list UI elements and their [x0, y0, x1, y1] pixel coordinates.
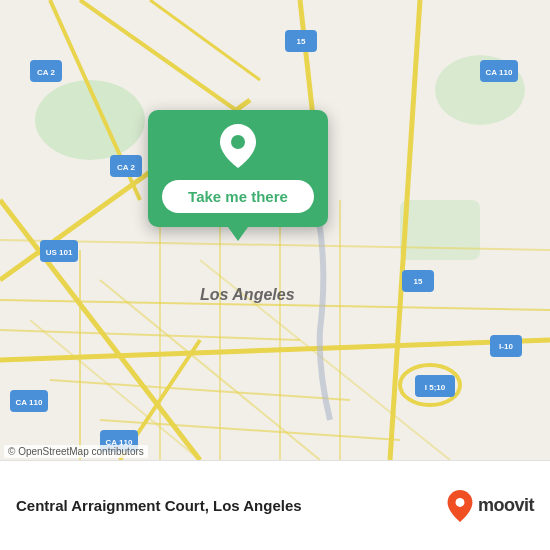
svg-point-49 — [456, 498, 465, 507]
svg-rect-3 — [400, 200, 480, 260]
popup-card: Take me there — [148, 110, 328, 227]
location-title: Central Arraignment Court, Los Angeles — [16, 496, 446, 516]
svg-text:US 101: US 101 — [46, 248, 73, 257]
svg-text:15: 15 — [414, 277, 423, 286]
moovit-pin-icon — [446, 490, 474, 522]
copyright-text: © OpenStreetMap contributors — [4, 445, 148, 458]
location-pin-icon — [218, 126, 258, 166]
popup-tail — [228, 227, 248, 241]
moovit-logo: moovit — [446, 490, 534, 522]
svg-text:I 5;10: I 5;10 — [425, 383, 446, 392]
take-me-there-button[interactable]: Take me there — [162, 180, 314, 213]
svg-text:CA 2: CA 2 — [37, 68, 55, 77]
svg-text:I-10: I-10 — [499, 342, 513, 351]
bottom-bar: Central Arraignment Court, Los Angeles m… — [0, 460, 550, 550]
svg-text:CA 110: CA 110 — [16, 398, 43, 407]
moovit-brand-text: moovit — [478, 495, 534, 516]
svg-text:CA 2: CA 2 — [117, 163, 135, 172]
map-svg: CA 2 CA 2 15 CA 110 US 101 15 CA 110 CA … — [0, 0, 550, 460]
svg-text:15: 15 — [297, 37, 306, 46]
map-area: CA 2 CA 2 15 CA 110 US 101 15 CA 110 CA … — [0, 0, 550, 460]
svg-text:Los Angeles: Los Angeles — [200, 286, 295, 303]
svg-text:CA 110: CA 110 — [486, 68, 513, 77]
location-info: Central Arraignment Court, Los Angeles — [16, 496, 446, 516]
svg-point-48 — [231, 135, 245, 149]
